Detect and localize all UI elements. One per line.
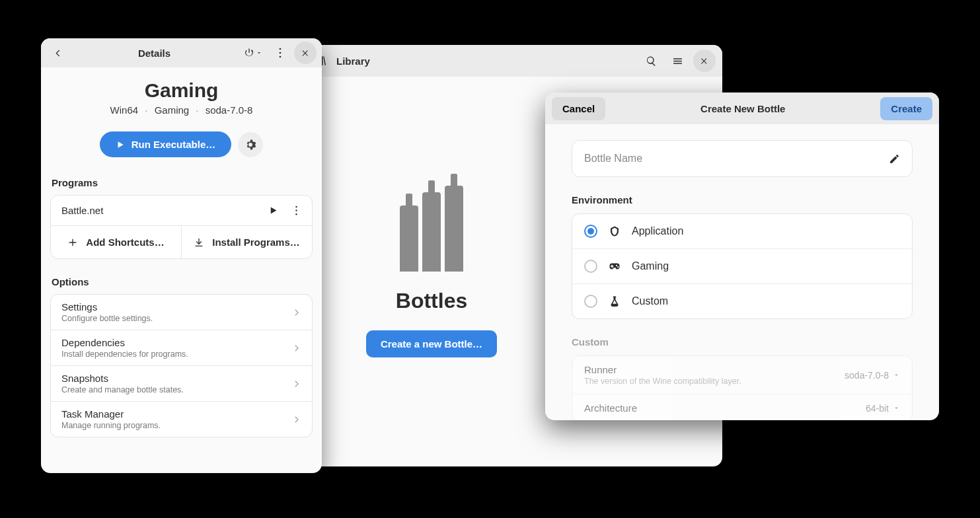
meta-arch: Win64: [110, 104, 139, 116]
custom-card: Runner The version of the Wine compatibi…: [572, 355, 913, 420]
gamepad-icon: [608, 260, 621, 272]
env-application-label: Application: [632, 225, 683, 237]
bottles-logo-icon: [395, 186, 468, 272]
download-icon: [194, 237, 204, 248]
runner-dropdown[interactable]: soda-7.0-8: [845, 370, 900, 381]
run-executable-button[interactable]: Run Executable…: [100, 131, 232, 157]
bottle-settings-button[interactable]: [238, 132, 263, 157]
bottle-name-input[interactable]: [584, 153, 889, 165]
program-row: Battle.net: [51, 196, 312, 226]
program-actions-row: Add Shortcuts… Install Programs…: [51, 226, 312, 258]
application-icon: [608, 225, 621, 237]
bottle-name-field[interactable]: [572, 140, 913, 177]
tab-library-label: Library: [336, 56, 370, 67]
details-title: Details: [71, 48, 237, 59]
radio-unchecked-icon: [584, 260, 597, 273]
radio-unchecked-icon: [584, 295, 597, 308]
details-window: Details Gaming Win64 · Gaming · soda-7.0…: [41, 38, 322, 473]
option-sub: Install dependencies for programs.: [61, 350, 285, 359]
hamburger-menu-button[interactable]: [667, 50, 689, 72]
install-programs-button[interactable]: Install Programs…: [182, 226, 312, 258]
arch-dropdown[interactable]: 64-bit: [866, 403, 900, 414]
program-menu-button[interactable]: [291, 205, 301, 215]
install-programs-label: Install Programs…: [212, 237, 300, 248]
env-application[interactable]: Application: [572, 214, 912, 249]
option-snapshots[interactable]: Snapshots Create and manage bottle state…: [51, 366, 312, 402]
option-settings[interactable]: Settings Configure bottle settings.: [51, 295, 312, 330]
close-button[interactable]: [693, 50, 716, 72]
search-button[interactable]: [640, 50, 663, 72]
arch-value: 64-bit: [866, 403, 889, 414]
kebab-menu-button[interactable]: [269, 42, 291, 64]
program-name: Battle.net: [61, 205, 262, 216]
cancel-button[interactable]: Cancel: [552, 97, 605, 120]
option-sub: Configure bottle settings.: [61, 314, 285, 323]
gear-icon: [245, 139, 256, 151]
play-icon: [116, 140, 125, 149]
chevron-down-icon: [893, 404, 900, 412]
programs-card: Battle.net Add Shortcuts… Install Progra…: [50, 195, 313, 259]
plus-icon: [67, 237, 78, 248]
option-task-manager[interactable]: Task Manager Manage running programs.: [51, 402, 312, 437]
chevron-right-icon: [292, 344, 301, 353]
create-button[interactable]: Create: [880, 97, 932, 120]
chevron-right-icon: [292, 379, 301, 388]
radio-checked-icon: [584, 225, 597, 238]
programs-section-label: Programs: [52, 177, 313, 188]
details-close-button[interactable]: [294, 42, 317, 64]
option-title: Settings: [61, 301, 285, 313]
env-gaming-label: Gaming: [632, 260, 669, 272]
options-section-label: Options: [52, 276, 313, 287]
create-bottle-button[interactable]: Create a new Bottle…: [366, 330, 497, 357]
hero-title: Bottles: [396, 289, 467, 313]
meta-sep: ·: [141, 104, 151, 116]
create-title: Create New Bottle: [605, 103, 880, 114]
custom-section-label: Custom: [572, 336, 913, 348]
environment-card: Application Gaming Custom: [572, 213, 913, 319]
details-headerbar: Details: [41, 38, 322, 67]
meta-env: Gaming: [155, 104, 190, 116]
bottle-meta: Win64 · Gaming · soda-7.0-8: [50, 104, 313, 116]
chevron-down-icon: [893, 371, 900, 379]
bottle-name: Gaming: [50, 79, 313, 102]
runner-title: Runner: [584, 364, 838, 375]
option-title: Task Manager: [61, 408, 285, 420]
create-bottle-dialog: Cancel Create New Bottle Create Environm…: [545, 92, 939, 420]
add-shortcuts-button[interactable]: Add Shortcuts…: [51, 226, 182, 258]
option-dependencies[interactable]: Dependencies Install dependencies for pr…: [51, 330, 312, 366]
meta-runner: soda-7.0-8: [206, 104, 253, 116]
edit-icon: [889, 153, 900, 165]
chevron-right-icon: [292, 415, 301, 424]
run-executable-label: Run Executable…: [132, 139, 216, 150]
option-sub: Create and manage bottle states.: [61, 385, 285, 394]
add-shortcuts-label: Add Shortcuts…: [86, 237, 164, 248]
create-headerbar: Cancel Create New Bottle Create: [545, 92, 939, 124]
environment-label: Environment: [572, 194, 913, 205]
runner-row[interactable]: Runner The version of the Wine compatibi…: [572, 356, 912, 394]
create-body: Environment Application Gaming: [545, 124, 939, 420]
meta-sep: ·: [192, 104, 202, 116]
option-title: Snapshots: [61, 373, 285, 384]
arch-title: Architecture: [584, 402, 859, 414]
option-title: Dependencies: [61, 337, 285, 348]
flask-icon: [608, 295, 621, 307]
details-body: Gaming Win64 · Gaming · soda-7.0-8 Run E…: [41, 67, 322, 473]
env-gaming[interactable]: Gaming: [572, 249, 912, 284]
power-menu-button[interactable]: [240, 42, 266, 64]
program-play-button[interactable]: [268, 205, 278, 215]
option-sub: Manage running programs.: [61, 421, 285, 430]
chevron-right-icon: [292, 308, 301, 317]
architecture-row[interactable]: Architecture 64-bit: [572, 394, 912, 420]
env-custom[interactable]: Custom: [572, 284, 912, 318]
env-custom-label: Custom: [632, 295, 668, 307]
options-card: Settings Configure bottle settings. Depe…: [50, 294, 313, 437]
runner-sub: The version of the Wine compatibility la…: [584, 377, 838, 386]
back-button[interactable]: [46, 42, 69, 64]
runner-value: soda-7.0-8: [845, 370, 889, 381]
